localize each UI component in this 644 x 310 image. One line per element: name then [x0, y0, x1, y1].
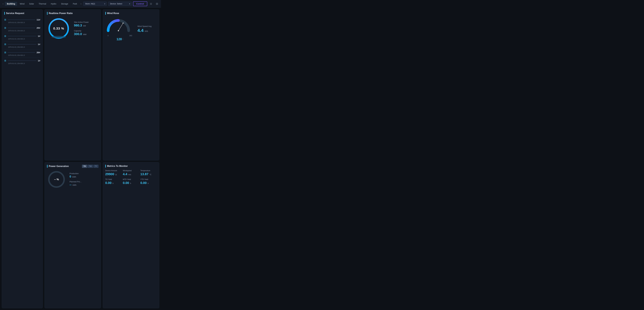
svg-point-2 [51, 36, 66, 38]
wind-rose-title: Wind Rose [105, 12, 157, 15]
nav-tab-storage[interactable]: Storage [59, 2, 70, 6]
device-select[interactable]: Device: Select [108, 1, 132, 6]
compass-container [105, 17, 132, 34]
metrics-panel: Metrics To Monitor Device Amount 29900 台… [103, 162, 159, 308]
planned-value: -- [70, 183, 72, 186]
metric-value: 4.4 [123, 172, 127, 176]
capacity-value: 300.0 [74, 32, 82, 36]
metric-value-row: 0.00 h [123, 181, 139, 185]
nav-tab-solar[interactable]: Solar [27, 2, 36, 6]
sr-line [8, 52, 35, 53]
compass-svg [105, 17, 132, 34]
metric-value-row: 13.87 °C [140, 172, 157, 176]
gauge-value: 0.33 % [53, 27, 64, 30]
capacity-unit: MW [83, 33, 86, 35]
wind-speed-value: 4.4 [138, 28, 144, 33]
nav-tab-thermal[interactable]: Thermal [36, 2, 48, 6]
wind-rose-inner: 0 360 128 ° Wind Speed Avg 4.4 m/s [105, 17, 157, 41]
metric-item: Device Amount 29900 台 [105, 170, 122, 176]
report-icon[interactable]: ⊟ [155, 1, 159, 6]
tab-ty[interactable]: TY [94, 165, 98, 168]
planned-unit: kWh [72, 184, 76, 186]
calendar-icon: ⊞ [4, 35, 6, 37]
metric-item: YTD Yield 0.00 h [140, 178, 157, 185]
metric-unit: m/s [128, 174, 131, 176]
sr-meta: 1970-01-01 | EN-93/1.5 [8, 63, 40, 64]
power-gen-header: Power Generation TD TM TY [47, 165, 98, 168]
top-nav: ‹ Building Wind Solar Thermal Hydro Stor… [0, 0, 161, 7]
service-request-item: ⊞ 25# 1970-01-01 | EN-93/1.5 [4, 25, 40, 33]
power-gen-panel: Power Generation TD TM TY -- % Productio… [44, 162, 101, 308]
main-content: Service Request ⊞ 11# 1970-01-01 | EN-93… [0, 7, 161, 310]
settings-icon[interactable]: ⊙ [149, 1, 153, 6]
service-request-title: Service Request [4, 12, 40, 15]
metric-value: 0.00 [105, 181, 112, 185]
calendar-icon: ⊞ [4, 18, 6, 21]
production-row: 0 kWh [70, 175, 82, 178]
metric-value-row: 0.00 h [140, 181, 157, 185]
metric-value-row: 29900 台 [105, 172, 122, 176]
sr-item-top: ⊞ 1# [4, 43, 40, 46]
metric-label: TD Yield [105, 178, 122, 180]
compass-degree-symbol: ° [122, 38, 124, 41]
metric-value: 0.00 [140, 181, 147, 185]
nav-tab-wind[interactable]: Wind [18, 2, 26, 6]
sr-num: 1# [38, 35, 40, 37]
metric-value-row: 4.4 m/s [123, 172, 139, 176]
calendar-icon: ⊞ [4, 51, 6, 54]
production-label: Production [70, 172, 82, 175]
nav-tab-park[interactable]: Park [71, 2, 79, 6]
sr-meta: 1970-01-01 | EN-93/1.5 [8, 22, 40, 23]
store-select[interactable]: Store: All(2) [83, 1, 107, 6]
sr-line [8, 19, 35, 20]
gauge-label: 0.33 % [53, 27, 64, 30]
store-select-wrapper: Store: All(2) [83, 1, 107, 6]
sr-line [8, 36, 36, 36]
production-unit: kWh [72, 176, 76, 178]
metric-value: 0.00 [123, 181, 129, 185]
metric-unit: h [112, 182, 114, 184]
power-gen-inner: -- % Production 0 kWh Planned Pro... -- … [47, 170, 98, 189]
metric-unit: h [148, 182, 149, 184]
metric-value: 29900 [105, 172, 114, 176]
nav-next-arrow[interactable]: › [80, 2, 82, 6]
control-button[interactable]: Control [133, 1, 147, 6]
realtime-power-title: Realtime Power Ratio [47, 12, 98, 15]
capacity-row: 300.0 MW [74, 32, 89, 36]
svg-point-4 [118, 30, 119, 31]
site-active-power-label: Site Active Power [74, 21, 89, 23]
service-request-list: ⊞ 11# 1970-01-01 | EN-93/1.5 ⊞ 25# 1970-… [4, 17, 40, 66]
wind-rose-panel: Wind Rose [103, 9, 159, 160]
power-ratio-inner: 0.33 % Site Active Power 980.3 kW Capaci… [47, 17, 98, 40]
sr-item-top: ⊞ 1# [4, 59, 40, 62]
metric-item: TD Yield 0.00 h [105, 178, 122, 185]
gauge-container: 0.33 % [47, 17, 70, 40]
calendar-icon: ⊞ [4, 59, 6, 62]
metric-item: Windspeed 4.4 m/s [123, 170, 139, 176]
service-request-panel: Service Request ⊞ 11# 1970-01-01 | EN-93… [2, 9, 43, 308]
metric-unit: 台 [115, 174, 117, 176]
nav-tab-building[interactable]: Building [5, 2, 17, 6]
donut-label: -- % [54, 178, 59, 181]
production-stat: Production 0 kWh [70, 172, 82, 178]
title-bar-accent [105, 12, 106, 15]
service-request-item: ⊞ 1# 1970-01-01 | EN-93/1.5 [4, 33, 40, 41]
sr-item-top: ⊞ 1# [4, 35, 40, 37]
sr-num: 26# [36, 51, 40, 54]
sr-item-top: ⊞ 26# [4, 51, 40, 54]
sr-line [8, 60, 36, 61]
nav-prev-arrow[interactable]: ‹ [2, 2, 4, 6]
compass-degree-value: 128 [116, 37, 122, 41]
sr-meta: 1970-01-01 | EN-93/1.5 [8, 46, 40, 48]
sr-item-top: ⊞ 11# [4, 18, 40, 21]
power-gen-tabs: TD TM TY [82, 165, 98, 168]
tab-td[interactable]: TD [82, 165, 87, 168]
tab-tm[interactable]: TM [88, 165, 93, 168]
planned-label: Planned Pro... [70, 181, 82, 183]
sr-line [8, 28, 35, 28]
nav-tab-hydro[interactable]: Hydro [49, 2, 58, 6]
metric-label: YTD Yield [140, 178, 157, 180]
metric-unit: °C [150, 174, 151, 176]
metric-value-row: 0.00 h [105, 181, 122, 185]
planned-row: -- kWh [70, 183, 82, 186]
